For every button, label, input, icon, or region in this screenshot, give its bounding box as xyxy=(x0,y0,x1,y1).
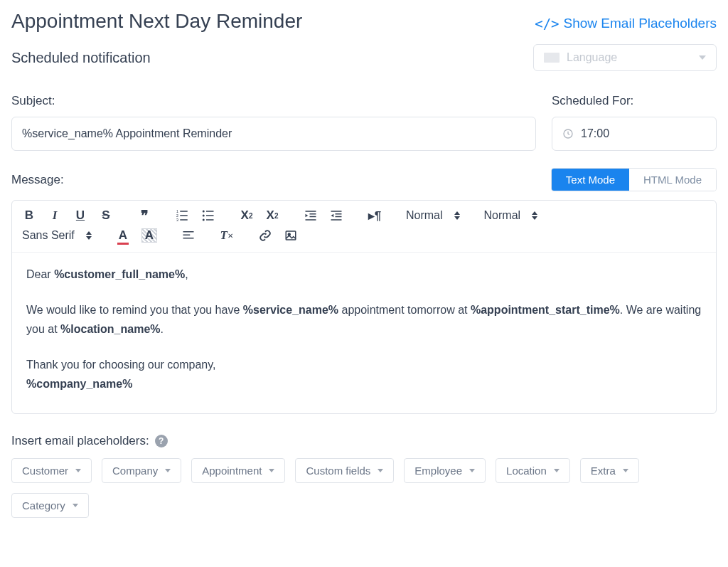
page-title: Appointment Next Day Reminder xyxy=(11,10,302,33)
placeholder-company-name: %company_name% xyxy=(26,378,132,390)
label: Company xyxy=(112,465,158,477)
chevron-down-icon xyxy=(75,469,81,472)
scheduled-time-value: 17:00 xyxy=(581,127,609,140)
svg-text:1: 1 xyxy=(176,209,178,213)
label: Category xyxy=(22,499,65,512)
sort-icon xyxy=(86,231,92,240)
heading-picker[interactable]: Normal xyxy=(406,209,460,222)
unordered-list-button[interactable] xyxy=(201,208,215,223)
link-button[interactable] xyxy=(258,228,272,243)
placeholder-start-time: %appointment_start_time% xyxy=(471,304,620,316)
editor-mode-tabs: Text Mode HTML Mode xyxy=(551,168,717,191)
svg-text:3: 3 xyxy=(176,218,178,222)
svg-rect-4 xyxy=(180,215,188,216)
sort-icon xyxy=(454,211,460,220)
svg-rect-21 xyxy=(336,216,342,218)
scheduled-for-label: Scheduled For: xyxy=(552,94,717,108)
heading-picker-label: Normal xyxy=(406,209,443,222)
svg-rect-20 xyxy=(336,213,342,215)
placeholder-dropdown-extra[interactable]: Extra xyxy=(580,458,639,483)
underline-button[interactable]: U xyxy=(73,208,87,223)
placeholder-location-name: %location_name% xyxy=(60,323,160,335)
chevron-down-icon xyxy=(554,469,560,472)
svg-rect-22 xyxy=(331,219,342,221)
svg-rect-24 xyxy=(183,235,190,236)
text: . xyxy=(161,323,164,335)
flag-icon xyxy=(544,53,560,63)
svg-point-7 xyxy=(203,211,205,213)
label: Location xyxy=(506,465,547,477)
code-icon: </> xyxy=(535,16,559,31)
clear-format-button[interactable]: T✕ xyxy=(220,228,234,243)
text: appointment tomorrow at xyxy=(338,304,471,316)
bold-button[interactable]: B xyxy=(22,208,36,223)
label: Customer xyxy=(22,465,68,477)
svg-rect-18 xyxy=(331,211,342,212)
message-label: Message: xyxy=(11,173,64,187)
font-picker-label: Sans Serif xyxy=(22,229,75,242)
text: Thank you for choosing our company, xyxy=(26,359,216,371)
svg-marker-19 xyxy=(331,214,334,218)
language-placeholder: Language xyxy=(567,51,617,64)
font-picker[interactable]: Sans Serif xyxy=(22,229,92,242)
svg-text:2: 2 xyxy=(176,213,178,218)
editor-toolbar: B I U S ❞ 123 X2 X2 xyxy=(12,201,716,253)
show-placeholders-label: Show Email Placeholders xyxy=(564,16,717,31)
label: Employee xyxy=(414,465,462,477)
svg-rect-17 xyxy=(306,219,316,221)
label: Appointment xyxy=(202,465,262,477)
size-picker[interactable]: Normal xyxy=(484,209,538,222)
align-button[interactable] xyxy=(181,228,196,243)
blockquote-button[interactable]: ❞ xyxy=(137,208,151,223)
show-email-placeholders-link[interactable]: </> Show Email Placeholders xyxy=(535,16,717,31)
svg-rect-13 xyxy=(306,211,316,212)
text: We would like to remind you that you hav… xyxy=(26,304,243,316)
subject-label: Subject: xyxy=(11,94,536,108)
superscript-button[interactable]: X2 xyxy=(265,208,279,223)
svg-rect-23 xyxy=(183,231,193,233)
placeholder-dropdown-company[interactable]: Company xyxy=(102,458,181,483)
placeholder-dropdown-category[interactable]: Category xyxy=(11,493,89,518)
svg-rect-12 xyxy=(206,219,214,221)
placeholder-dropdown-employee[interactable]: Employee xyxy=(404,458,486,483)
tab-text-mode[interactable]: Text Mode xyxy=(552,169,629,191)
placeholder-dropdown-customer[interactable]: Customer xyxy=(11,458,92,483)
svg-rect-2 xyxy=(180,211,188,212)
text-direction-button[interactable]: ▸¶ xyxy=(368,208,382,223)
chevron-down-icon xyxy=(378,469,383,472)
placeholder-dropdown-location[interactable]: Location xyxy=(496,458,570,483)
chevron-down-icon xyxy=(699,55,706,60)
italic-button[interactable]: I xyxy=(48,208,62,223)
sort-icon xyxy=(532,211,537,220)
background-color-button[interactable]: A xyxy=(141,228,157,243)
svg-marker-14 xyxy=(306,214,309,218)
strikethrough-button[interactable]: S xyxy=(99,208,113,223)
svg-point-11 xyxy=(203,219,205,221)
placeholder-dropdown-appointment[interactable]: Appointment xyxy=(191,458,285,483)
svg-rect-6 xyxy=(180,219,188,221)
placeholder-service-name: %service_name% xyxy=(243,304,338,316)
tab-html-mode[interactable]: HTML Mode xyxy=(629,169,716,191)
outdent-button[interactable] xyxy=(304,208,318,223)
svg-rect-25 xyxy=(183,238,193,239)
page-subtitle: Scheduled notification xyxy=(11,50,151,66)
subscript-button[interactable]: X2 xyxy=(240,208,254,223)
svg-rect-16 xyxy=(310,216,316,218)
scheduled-for-input[interactable]: 17:00 xyxy=(552,117,717,151)
svg-rect-10 xyxy=(206,215,214,216)
indent-button[interactable] xyxy=(329,208,343,223)
insert-placeholders-label: Insert email placeholders: xyxy=(11,434,149,448)
language-select[interactable]: Language xyxy=(533,44,717,71)
subject-input[interactable] xyxy=(11,117,536,151)
chevron-down-icon xyxy=(269,469,274,472)
chevron-down-icon xyxy=(165,469,171,472)
text-color-button[interactable]: A xyxy=(116,228,130,243)
svg-rect-15 xyxy=(310,213,316,215)
message-editor: B I U S ❞ 123 X2 X2 xyxy=(11,200,717,414)
editor-content[interactable]: Dear %customer_full_name%, We would like… xyxy=(12,253,716,413)
ordered-list-button[interactable]: 123 xyxy=(176,208,190,223)
chevron-down-icon xyxy=(73,504,78,507)
image-button[interactable] xyxy=(284,228,298,243)
placeholder-dropdown-custom-fields[interactable]: Custom fields xyxy=(295,458,394,483)
help-icon[interactable]: ? xyxy=(155,435,168,447)
